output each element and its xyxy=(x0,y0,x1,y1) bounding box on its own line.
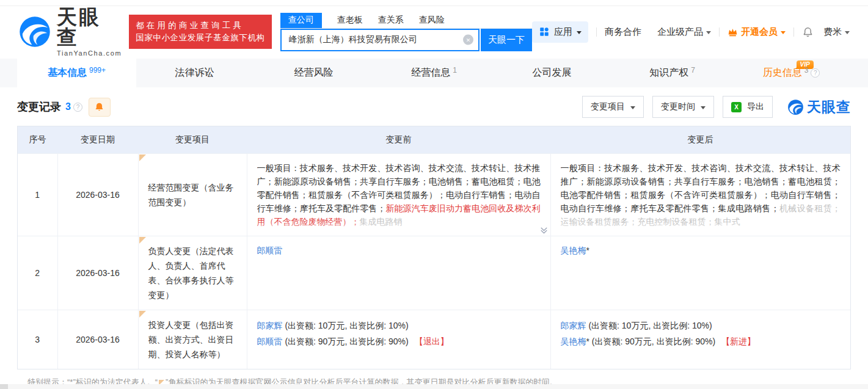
nav-open-vip[interactable]: 开通会员 xyxy=(728,26,786,38)
search-area: 查公司 查老板 查关系 查风险 ✕ 天眼一下 xyxy=(280,13,532,51)
help-icon[interactable]: ? xyxy=(811,68,820,78)
search-tab-relation[interactable]: 查关系 xyxy=(378,13,404,28)
nav-user-menu[interactable]: 费米 xyxy=(823,26,850,38)
computed-corner-mark xyxy=(139,237,146,244)
banner-line-1: 都在用的商业查询工具 xyxy=(136,20,265,32)
tab-legal-litigation[interactable]: 法律诉讼 xyxy=(136,59,255,87)
company-tab-bar: 基本信息999+ 法律诉讼 经营风险 经营信息1 公司发展 知识产权7 VIP … xyxy=(0,59,868,87)
clear-input-icon[interactable]: ✕ xyxy=(463,35,473,45)
table-header-row: 序号 变更日期 变更项目 变更前 变更后 xyxy=(18,126,850,153)
change-before: 一般项目：技术服务、技术开发、技术咨询、技术交流、技术转让、技术推广；新能源原动… xyxy=(247,153,550,236)
person-link[interactable]: 郎家辉 xyxy=(561,321,586,330)
tab-history-info[interactable]: VIP 历史信息 3 ? xyxy=(732,59,851,87)
change-item: 经营范围变更（含业务范围变更） xyxy=(138,153,247,236)
change-item: 投资人变更（包括出资额、出资方式、出资日期、投资人名称等） xyxy=(138,310,247,369)
search-input[interactable] xyxy=(280,29,480,51)
col-header-date: 变更日期 xyxy=(57,126,138,153)
nav-business-cooperation[interactable]: 商务合作 xyxy=(605,26,641,38)
row-index: 1 xyxy=(18,153,57,236)
person-link[interactable]: 吴艳梅 xyxy=(561,336,586,346)
scrollbar-thumb[interactable] xyxy=(0,384,8,389)
change-date: 2026-03-16 xyxy=(57,236,138,310)
chevron-down-icon xyxy=(630,106,635,109)
change-record-section-bar: 变更记录 3 ? 变更项目 变更时间 X 导出 天眼查 xyxy=(17,95,851,118)
promo-banner: 都在用的商业查询工具 国家中小企业发展子基金旗下机构 xyxy=(129,15,272,49)
investor-entry: 郎顺雷 (出资额: 90万元, 出资比例: 90%)【退出】 xyxy=(257,333,541,349)
apps-menu[interactable]: 应用 xyxy=(532,21,588,43)
subscribe-bell-button[interactable] xyxy=(89,98,111,117)
col-header-before: 变更前 xyxy=(247,126,550,153)
chevron-down-icon xyxy=(577,31,582,34)
filter-change-item-dropdown[interactable]: 变更项目 xyxy=(582,96,644,118)
top-divider xyxy=(0,0,868,6)
expand-chevron-double-down-icon[interactable] xyxy=(540,227,548,234)
apps-label: 应用 xyxy=(554,26,572,38)
site-header: 天眼查 TianYanCha.com 都在用的商业查询工具 国家中小企业发展子基… xyxy=(0,6,868,59)
divider xyxy=(793,27,794,37)
table-row: 2 2026-03-16 负责人变更（法定代表人、负责人、首席代表、合伙事务执行… xyxy=(18,236,850,310)
tab-operation-info[interactable]: 经营信息1 xyxy=(374,59,494,87)
section-title: 变更记录 xyxy=(17,100,61,114)
section-count: 3 xyxy=(65,101,71,112)
header-nav: 应用 商务合作 企业级产品 开通会员 xyxy=(532,21,850,43)
table-row: 1 2026-03-16 经营范围变更（含业务范围变更） 一般项目：技术服务、技… xyxy=(18,153,850,236)
table-row: 3 2026-03-16 投资人变更（包括出资额、出资方式、出资日期、投资人名称… xyxy=(18,310,850,369)
person-link[interactable]: 郎家辉 xyxy=(257,321,283,330)
exit-tag: 【退出】 xyxy=(415,336,449,346)
change-date: 2026-03-16 xyxy=(57,310,138,369)
investor-entry: 吴艳梅* (出资额: 90万元, 出资比例: 90%)【新进】 xyxy=(561,333,841,349)
search-tab-boss[interactable]: 查老板 xyxy=(337,13,363,28)
search-tab-risk[interactable]: 查风险 xyxy=(419,13,445,28)
chevron-down-icon xyxy=(845,31,850,34)
person-link[interactable]: 吴艳梅 xyxy=(561,245,586,255)
change-before: 郎顺雷 xyxy=(247,236,550,310)
export-button[interactable]: X 导出 xyxy=(723,96,773,118)
person-link[interactable]: 郎顺雷 xyxy=(257,336,283,346)
filter-change-time-dropdown[interactable]: 变更时间 xyxy=(652,96,714,118)
change-after: 吴艳梅* xyxy=(550,236,850,310)
change-item: 负责人变更（法定代表人、负责人、首席代表、合伙事务执行人等变更） xyxy=(138,236,247,310)
legal-rep-asterisk: * xyxy=(586,336,589,346)
chevron-down-icon xyxy=(706,31,711,34)
divider xyxy=(719,27,720,37)
computed-corner-mark xyxy=(139,155,146,161)
change-before: 郎家辉 (出资额: 10万元, 出资比例: 10%) 郎顺雷 (出资额: 90万… xyxy=(247,310,550,369)
change-after: 一般项目：技术服务、技术开发、技术咨询、技术交流、技术转让、技术推广；新能源原动… xyxy=(550,153,850,236)
col-header-after: 变更后 xyxy=(550,126,850,153)
new-tag: 【新进】 xyxy=(721,336,756,346)
row-index: 3 xyxy=(18,310,57,369)
legal-rep-asterisk: * xyxy=(586,245,589,255)
change-date: 2026-03-16 xyxy=(57,153,138,236)
search-button[interactable]: 天眼一下 xyxy=(481,29,532,51)
username: 费米 xyxy=(823,26,842,38)
horizontal-scrollbar[interactable] xyxy=(0,384,868,389)
change-after: 郎家辉 (出资额: 10万元, 出资比例: 10%) 吴艳梅* (出资额: 90… xyxy=(550,310,850,369)
tab-operation-risk[interactable]: 经营风险 xyxy=(255,59,374,87)
tianyancha-watermark: 天眼查 xyxy=(787,98,851,117)
col-header-item: 变更项目 xyxy=(138,126,247,153)
crown-icon xyxy=(728,27,738,37)
chevron-down-icon xyxy=(781,31,786,34)
excel-icon: X xyxy=(731,102,742,112)
logo-title: 天眼查 xyxy=(57,7,122,47)
apps-grid-icon xyxy=(539,26,550,37)
search-tabs: 查公司 查老板 查关系 查风险 xyxy=(280,13,532,29)
row-index: 2 xyxy=(18,236,57,310)
notifications-bell-icon[interactable] xyxy=(802,26,814,38)
col-header-index: 序号 xyxy=(18,126,57,153)
nav-enterprise-products[interactable]: 企业级产品 xyxy=(657,26,711,38)
divider xyxy=(596,27,597,37)
person-link[interactable]: 郎顺雷 xyxy=(257,245,283,255)
computed-corner-mark xyxy=(139,311,146,318)
tianyancha-logo[interactable]: 天眼查 TianYanCha.com xyxy=(18,7,122,57)
change-record-table: 序号 变更日期 变更项目 变更前 变更后 1 2026-03-16 经营范围变更… xyxy=(17,126,851,369)
investor-entry: 郎家辉 (出资额: 10万元, 出资比例: 10%) xyxy=(257,318,541,333)
tab-company-development[interactable]: 公司发展 xyxy=(494,59,613,87)
help-icon[interactable]: ? xyxy=(73,103,82,112)
investor-entry: 郎家辉 (出资额: 10万元, 出资比例: 10%) xyxy=(561,318,841,333)
tab-intellectual-property[interactable]: 知识产权7 xyxy=(613,59,732,87)
banner-line-2: 国家中小企业发展子基金旗下机构 xyxy=(136,32,265,44)
search-tab-company[interactable]: 查公司 xyxy=(280,13,322,28)
tab-basic-info[interactable]: 基本信息999+ xyxy=(17,59,136,87)
logo-subtitle: TianYanCha.com xyxy=(57,50,122,57)
